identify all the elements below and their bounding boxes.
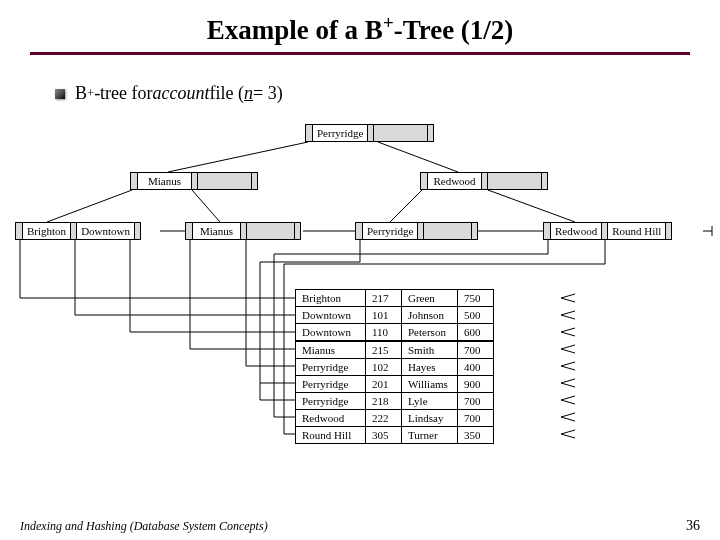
bullet-b: B — [75, 83, 87, 104]
table-cell: 101 — [366, 307, 402, 324]
tree-canvas: Perryridge Mianus Redwood Brighton Downt… — [0, 114, 720, 474]
table-row: Round Hill305Turner350 — [296, 427, 494, 444]
table-cell: 500 — [458, 307, 494, 324]
title-rule — [30, 52, 690, 55]
int-right-key-1: Redwood — [427, 173, 481, 189]
svg-line-17 — [561, 362, 575, 366]
leaf-3: Perryridge — [355, 222, 478, 240]
table-row: Perryridge201Williams900 — [296, 376, 494, 393]
bullet-file: file ( — [210, 83, 244, 104]
table-row: Redwood222Lindsay700 — [296, 410, 494, 427]
table-cell: Perryridge — [296, 393, 366, 410]
svg-line-2 — [47, 190, 132, 222]
svg-line-23 — [561, 413, 575, 417]
table-cell: Williams — [402, 376, 458, 393]
svg-line-1 — [378, 142, 458, 172]
leaf-3-key-2 — [423, 223, 471, 239]
pointer — [427, 125, 433, 141]
bullet-eq3: = 3 — [253, 83, 277, 104]
table-row: Downtown110Peterson600 — [296, 324, 494, 342]
table-cell: Hayes — [402, 359, 458, 376]
leaf-1-key-1: Brighton — [22, 223, 70, 239]
pointer — [294, 223, 300, 239]
internal-right-node: Redwood — [420, 172, 548, 190]
leaf-2-key-2 — [246, 223, 294, 239]
table-cell: Smith — [402, 341, 458, 359]
table-row: Perryridge102Hayes400 — [296, 359, 494, 376]
table-cell: Downtown — [296, 307, 366, 324]
svg-line-26 — [561, 434, 575, 438]
page-number: 36 — [686, 518, 700, 534]
table-cell: Perryridge — [296, 376, 366, 393]
pointer — [665, 223, 671, 239]
int-left-key-1: Mianus — [137, 173, 191, 189]
pointer — [541, 173, 547, 189]
root-key-1: Perryridge — [312, 125, 367, 141]
leaf-1-key-2: Downtown — [76, 223, 134, 239]
bullet-mid: -tree for — [94, 83, 152, 104]
leaf-1: Brighton Downtown — [15, 222, 141, 240]
svg-line-12 — [561, 315, 575, 319]
svg-line-18 — [561, 366, 575, 370]
svg-line-20 — [561, 383, 575, 387]
leaf-4: Redwood Round Hill — [543, 222, 672, 240]
table-cell: Turner — [402, 427, 458, 444]
bullet-line: B+-tree for account file (n = 3) — [55, 83, 720, 104]
table-cell: Peterson — [402, 324, 458, 342]
table-cell: 110 — [366, 324, 402, 342]
table-cell: 700 — [458, 341, 494, 359]
title-pre: Example of a B — [207, 15, 383, 45]
table-cell: 350 — [458, 427, 494, 444]
int-left-key-2 — [197, 173, 251, 189]
svg-line-10 — [561, 298, 575, 302]
svg-line-13 — [561, 328, 575, 332]
account-table: Brighton217Green750Downtown101Johnson500… — [295, 289, 494, 444]
leaf-4-key-2: Round Hill — [607, 223, 665, 239]
svg-line-21 — [561, 396, 575, 400]
svg-line-4 — [390, 190, 422, 222]
table-row: Brighton217Green750 — [296, 290, 494, 307]
title-post: -Tree (1/2) — [394, 15, 514, 45]
table-cell: 900 — [458, 376, 494, 393]
table-cell: Lyle — [402, 393, 458, 410]
leaf-2-key-1: Mianus — [192, 223, 240, 239]
table-cell: 305 — [366, 427, 402, 444]
table-cell: 217 — [366, 290, 402, 307]
table-cell: 400 — [458, 359, 494, 376]
svg-line-3 — [192, 190, 220, 222]
table-cell: 102 — [366, 359, 402, 376]
table-cell: Johnson — [402, 307, 458, 324]
table-cell: Round Hill — [296, 427, 366, 444]
bullet-close: ) — [277, 83, 283, 104]
table-row: Mianus215Smith700 — [296, 341, 494, 359]
svg-line-24 — [561, 417, 575, 421]
internal-left-node: Mianus — [130, 172, 258, 190]
title-sup: + — [383, 12, 394, 33]
svg-line-15 — [561, 345, 575, 349]
table-cell: Brighton — [296, 290, 366, 307]
svg-line-25 — [561, 430, 575, 434]
table-cell: Perryridge — [296, 359, 366, 376]
table-cell: Downtown — [296, 324, 366, 342]
int-right-key-2 — [487, 173, 541, 189]
table-cell: 218 — [366, 393, 402, 410]
bullet-icon — [55, 89, 65, 99]
svg-line-16 — [561, 349, 575, 353]
svg-line-5 — [488, 190, 575, 222]
pointer — [134, 223, 140, 239]
svg-line-0 — [168, 142, 308, 172]
svg-line-14 — [561, 332, 575, 336]
pointer — [471, 223, 477, 239]
table-cell: Mianus — [296, 341, 366, 359]
table-cell: 700 — [458, 410, 494, 427]
bullet-sup: + — [87, 86, 94, 101]
footer-text: Indexing and Hashing (Database System Co… — [20, 519, 268, 534]
table-row: Downtown101Johnson500 — [296, 307, 494, 324]
slide-title: Example of a B+-Tree (1/2) — [0, 0, 720, 46]
svg-line-11 — [561, 311, 575, 315]
table-row: Perryridge218Lyle700 — [296, 393, 494, 410]
table-cell: Lindsay — [402, 410, 458, 427]
table-cell: Green — [402, 290, 458, 307]
leaf-2: Mianus — [185, 222, 301, 240]
table-cell: 201 — [366, 376, 402, 393]
